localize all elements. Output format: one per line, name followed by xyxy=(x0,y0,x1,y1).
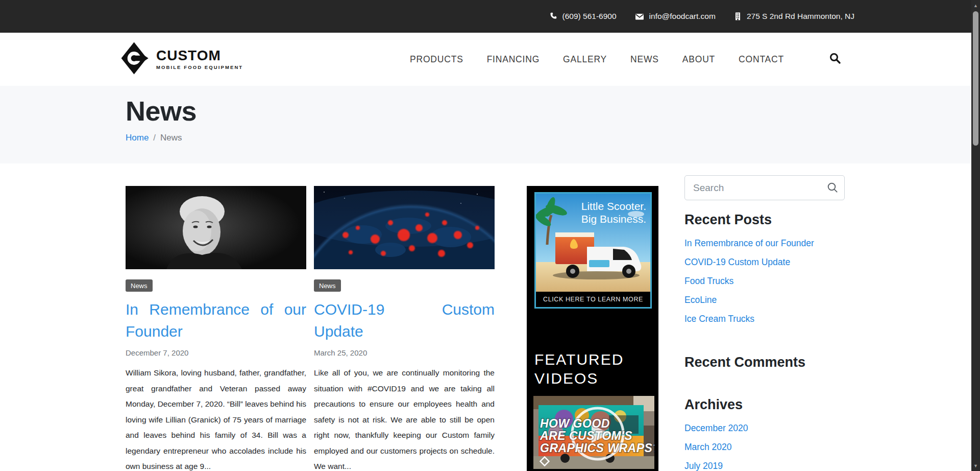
main-nav: PRODUCTS FINANCING GALLERY NEWS ABOUT CO… xyxy=(410,54,784,65)
envelope-icon xyxy=(635,13,644,20)
logo-text: CUSTOM MOBILE FOOD EQUIPMENT xyxy=(156,49,243,70)
ad-cta-button[interactable]: CLICK HERE TO LEARN MORE xyxy=(536,292,650,307)
main-content: News In Remembrance of our Founder Decem… xyxy=(126,186,980,471)
article-excerpt: William Sikora, loving husband, father, … xyxy=(126,365,306,471)
archive-link[interactable]: December 2020 xyxy=(684,423,845,434)
recent-posts-heading: Recent Posts xyxy=(684,212,845,228)
logo-diamond-icon xyxy=(120,40,150,78)
breadcrumb-current: News xyxy=(160,133,182,143)
scrollbar-thumb[interactable] xyxy=(973,11,978,146)
featured-videos-heading: FEATURED VIDEOS xyxy=(534,350,658,388)
nav-news[interactable]: NEWS xyxy=(630,54,659,65)
video-caption-line2: ARE CUSTOM'S xyxy=(540,429,632,442)
video-thumbnail-graphics-wraps[interactable]: HOW GOOD ARE CUSTOM'S GRAPHICS WRAPS? xyxy=(533,396,654,469)
search-icon xyxy=(829,52,841,66)
article-card-founder: News In Remembrance of our Founder Decem… xyxy=(126,186,306,471)
article-title-link[interactable]: In Remembrance of our Founder xyxy=(126,299,306,342)
sidebar-search xyxy=(684,175,845,200)
breadcrumb: Home / News xyxy=(126,133,980,143)
article-image-covid-globe[interactable] xyxy=(314,186,495,269)
article-excerpt: Like all of you, we are continually moni… xyxy=(314,365,495,471)
page-hero: News Home / News xyxy=(0,86,980,163)
archives-heading: Archives xyxy=(684,397,845,413)
recent-comments-heading: Recent Comments xyxy=(684,355,845,370)
recent-post-link[interactable]: EcoLine xyxy=(684,295,845,305)
ad-headline-line1: Little Scooter. xyxy=(581,200,646,212)
search-icon xyxy=(827,187,838,195)
topbar: (609) 561-6900 info@foodcart.com 275 S 2… xyxy=(0,0,980,33)
logo-title: CUSTOM xyxy=(156,49,243,63)
featured-line1: FEATURED xyxy=(534,350,658,369)
breadcrumb-separator: / xyxy=(153,133,156,143)
page-title: News xyxy=(126,95,980,127)
topbar-contact-group: (609) 561-6900 info@foodcart.com 275 S 2… xyxy=(549,12,854,21)
search-submit-button[interactable] xyxy=(827,182,838,195)
site-header: CUSTOM MOBILE FOOD EQUIPMENT PRODUCTS FI… xyxy=(0,33,980,86)
header-search-button[interactable] xyxy=(829,52,841,66)
video-caption-line1: HOW GOOD xyxy=(540,417,610,430)
building-icon xyxy=(734,12,742,20)
phone-icon xyxy=(549,12,557,20)
topbar-phone-link[interactable]: (609) 561-6900 xyxy=(549,12,617,21)
recent-post-link[interactable]: In Remembrance of our Founder xyxy=(684,238,845,249)
category-badge[interactable]: News xyxy=(126,279,153,292)
scooter-ad-image: Little Scooter. Big Business. xyxy=(536,194,650,292)
topbar-address-link[interactable]: 275 S 2nd Rd Hammonton, NJ xyxy=(734,12,854,21)
article-card-covid: News COVID-19 Custom Update March 25, 20… xyxy=(314,186,495,471)
archive-link[interactable]: March 2020 xyxy=(684,442,845,453)
topbar-address-text: 275 S 2nd Rd Hammonton, NJ xyxy=(747,12,854,21)
search-input[interactable] xyxy=(684,175,845,200)
article-image-founder-portrait[interactable] xyxy=(126,186,306,269)
recent-posts-list: In Remembrance of our Founder COVID-19 C… xyxy=(684,238,845,324)
video-caption-line3: GRAPHICS WRAPS? xyxy=(540,441,654,455)
archive-link[interactable]: July 2019 xyxy=(684,461,845,471)
nav-products[interactable]: PRODUCTS xyxy=(410,54,463,65)
topbar-phone-text: (609) 561-6900 xyxy=(562,12,617,21)
category-badge[interactable]: News xyxy=(314,279,341,292)
recent-post-link[interactable]: Ice Cream Trucks xyxy=(684,314,845,324)
breadcrumb-home-link[interactable]: Home xyxy=(126,133,149,143)
recent-post-link[interactable]: COVID-19 Custom Update xyxy=(684,257,845,268)
nav-about[interactable]: ABOUT xyxy=(682,54,715,65)
article-date: December 7, 2020 xyxy=(126,348,306,357)
vertical-scrollbar[interactable]: ▲ ▼ xyxy=(971,0,980,471)
nav-financing[interactable]: FINANCING xyxy=(487,54,540,65)
scrollbar-up-button[interactable]: ▲ xyxy=(971,1,980,10)
article-title-link[interactable]: COVID-19 Custom Update xyxy=(314,299,495,342)
logo-subtitle: MOBILE FOOD EQUIPMENT xyxy=(156,64,243,70)
scooter-ad-banner[interactable]: Little Scooter. Big Business. CLICK HERE… xyxy=(534,192,652,309)
nav-contact[interactable]: CONTACT xyxy=(739,54,784,65)
recent-post-link[interactable]: Food Trucks xyxy=(684,276,845,287)
promo-column: Little Scooter. Big Business. CLICK HERE… xyxy=(527,186,658,471)
topbar-email-text: info@foodcart.com xyxy=(649,12,716,21)
ad-headline-line2: Big Business. xyxy=(581,213,646,225)
archives-list: December 2020 March 2020 July 2019 xyxy=(684,423,845,471)
featured-line2: VIDEOS xyxy=(534,369,658,388)
scrollbar-down-button[interactable]: ▼ xyxy=(971,461,980,470)
article-date: March 25, 2020 xyxy=(314,348,495,357)
nav-gallery[interactable]: GALLERY xyxy=(563,54,607,65)
topbar-email-link[interactable]: info@foodcart.com xyxy=(635,12,716,21)
sidebar: Recent Posts In Remembrance of our Found… xyxy=(684,175,845,471)
logo[interactable]: CUSTOM MOBILE FOOD EQUIPMENT xyxy=(120,40,243,78)
